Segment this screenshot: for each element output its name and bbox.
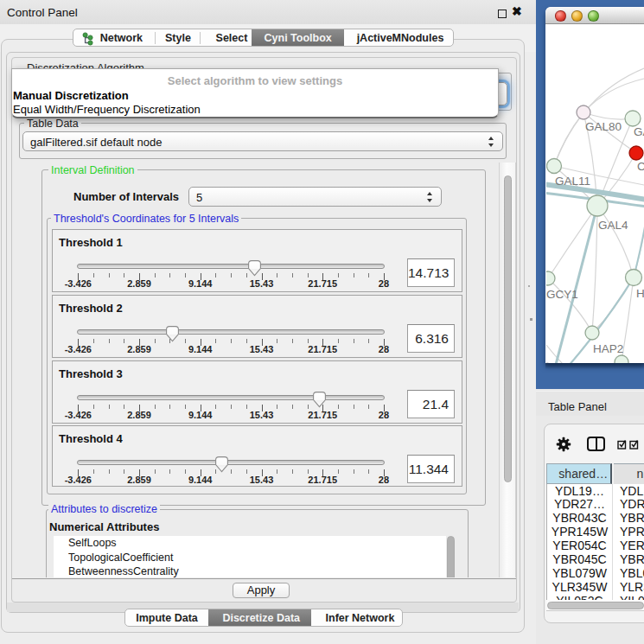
svg-text:GAL4: GAL4 [598, 219, 628, 232]
svg-text:GAL80: GAL80 [585, 120, 622, 133]
svg-text:C: C [637, 160, 644, 173]
svg-text:HAP2: HAP2 [593, 342, 623, 355]
svg-text:HI: HI [636, 287, 644, 300]
svg-text:GAL…: GAL… [634, 125, 644, 138]
svg-text:GAL11: GAL11 [555, 175, 590, 188]
svg-text:GCY1: GCY1 [546, 288, 578, 301]
